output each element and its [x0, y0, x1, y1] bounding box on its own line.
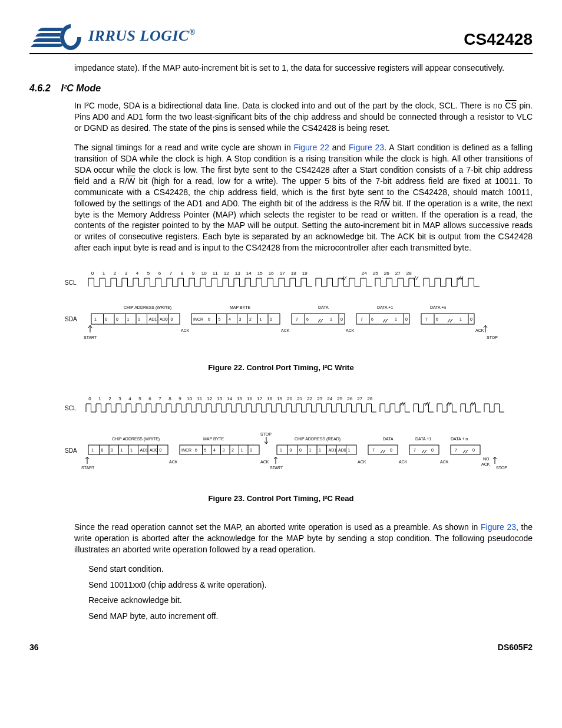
svg-text:0: 0 — [472, 448, 475, 452]
svg-text:9: 9 — [178, 396, 181, 401]
svg-text:AD0: AD0 — [160, 317, 168, 321]
svg-text:1: 1 — [309, 448, 312, 452]
svg-text:AD0: AD0 — [338, 448, 346, 452]
svg-text:2: 2 — [249, 317, 252, 321]
svg-text:1: 1 — [348, 448, 351, 452]
svg-text:12: 12 — [224, 271, 229, 276]
svg-text:INCR: INCR — [193, 317, 203, 321]
svg-text:NO: NO — [483, 457, 490, 461]
svg-text:17: 17 — [257, 396, 262, 401]
svg-text:ACK: ACK — [481, 462, 490, 466]
svg-text:0: 0 — [105, 317, 108, 321]
svg-text:ACK: ACK — [281, 328, 290, 332]
svg-text:18: 18 — [267, 396, 272, 401]
para-1: In I²C mode, SDA is a bidirectional data… — [74, 100, 533, 134]
svg-text:START: START — [84, 335, 97, 340]
svg-text:7: 7 — [296, 317, 298, 321]
figure-23-link[interactable]: Figure 23 — [349, 143, 384, 152]
svg-text:INCR: INCR — [181, 448, 191, 452]
svg-text:1: 1 — [395, 317, 397, 321]
svg-text:0: 0 — [101, 448, 104, 452]
svg-text:6: 6 — [306, 317, 309, 321]
section-number: 4.6.2 — [29, 82, 51, 95]
step-1: Send start condition. — [88, 564, 533, 575]
svg-text:DATA: DATA — [383, 437, 394, 441]
svg-text:DATA + n: DATA + n — [451, 437, 468, 441]
svg-text:9: 9 — [192, 271, 195, 276]
svg-rect-9 — [356, 314, 409, 324]
figure-22-link[interactable]: Figure 22 — [294, 143, 329, 152]
svg-text:ACK: ACK — [475, 328, 484, 332]
svg-text:4: 4 — [213, 448, 216, 452]
svg-rect-96 — [180, 445, 259, 454]
svg-text:6: 6 — [148, 396, 151, 401]
svg-text:18: 18 — [291, 271, 296, 276]
figure-23-link-2[interactable]: Figure 23 — [481, 522, 516, 532]
svg-text:3: 3 — [125, 271, 128, 276]
svg-text:1: 1 — [330, 317, 332, 321]
svg-text:10: 10 — [187, 396, 192, 401]
svg-text:ACK: ACK — [399, 460, 408, 464]
logo-block: IRRUS LOGIC® — [29, 21, 196, 51]
svg-text:2: 2 — [114, 271, 117, 276]
svg-text:7: 7 — [361, 317, 363, 321]
part-number: CS42428 — [464, 28, 533, 51]
svg-rect-8 — [292, 314, 345, 324]
svg-text:2: 2 — [108, 396, 111, 401]
svg-text:22: 22 — [307, 396, 312, 401]
svg-text:4: 4 — [128, 396, 131, 401]
para-2: The signal timings for a read and write … — [74, 142, 533, 253]
page-footer: 36 DS605F2 — [29, 642, 533, 653]
cirrus-logo-icon — [29, 21, 82, 51]
svg-text:6: 6 — [436, 317, 438, 321]
svg-text:STOP: STOP — [487, 335, 498, 340]
svg-text:15: 15 — [257, 271, 263, 276]
scl-label-23: SCL — [65, 405, 77, 411]
svg-text:1: 1 — [138, 317, 140, 321]
svg-text:4: 4 — [229, 317, 231, 321]
svg-text:ACK: ACK — [181, 328, 190, 332]
svg-text:1: 1 — [98, 396, 101, 401]
svg-text:DATA: DATA — [318, 305, 329, 309]
svg-text:19: 19 — [277, 396, 282, 401]
svg-text:1: 1 — [280, 448, 282, 452]
svg-text:13: 13 — [235, 271, 240, 276]
svg-text:11: 11 — [213, 271, 218, 276]
svg-text:1: 1 — [103, 271, 105, 276]
svg-text:3: 3 — [118, 396, 121, 401]
svg-text:0: 0 — [111, 448, 113, 452]
section-title: I²C Mode — [61, 82, 101, 95]
svg-text:11: 11 — [197, 396, 202, 401]
svg-text:3: 3 — [223, 448, 225, 452]
svg-text:0: 0 — [431, 448, 434, 452]
svg-text:1: 1 — [459, 317, 462, 321]
para-3: Since the read operation cannot set the … — [74, 522, 533, 555]
svg-text:1: 1 — [319, 448, 321, 452]
svg-text:15: 15 — [237, 396, 242, 401]
svg-text:0: 0 — [270, 317, 272, 321]
svg-text:13: 13 — [217, 396, 222, 401]
svg-text:0: 0 — [340, 317, 343, 321]
svg-text:MAP BYTE: MAP BYTE — [203, 437, 224, 441]
figure-22-caption: Figure 22. Control Port Timing, I²C Writ… — [29, 363, 533, 373]
svg-text:10: 10 — [201, 271, 207, 276]
svg-text:AD1: AD1 — [140, 448, 148, 452]
svg-text:CHIP ADDRESS (WRITE): CHIP ADDRESS (WRITE) — [124, 305, 171, 310]
svg-text:26: 26 — [347, 396, 352, 401]
page-header: IRRUS LOGIC® CS42428 — [29, 21, 533, 54]
doc-id: DS605F2 — [498, 642, 533, 653]
svg-text:0: 0 — [160, 448, 162, 452]
svg-text:STOP: STOP — [496, 466, 507, 470]
svg-text:27: 27 — [357, 396, 362, 401]
svg-text:0: 0 — [470, 317, 472, 321]
svg-text:0: 0 — [290, 448, 292, 452]
figure-22-diagram: SCL SDA CHIP ADDRESS (WRITE) MAP BYTE DA… — [65, 265, 513, 357]
svg-text:1: 1 — [127, 317, 130, 321]
svg-text:8: 8 — [168, 396, 171, 401]
svg-text:CHIP ADDRESS (READ): CHIP ADDRESS (READ) — [295, 437, 340, 442]
svg-text:25: 25 — [337, 396, 342, 401]
svg-text:ACK: ACK — [260, 460, 269, 464]
svg-text:0: 0 — [88, 396, 91, 401]
svg-text:7: 7 — [372, 448, 375, 452]
scl-label: SCL — [65, 279, 77, 286]
